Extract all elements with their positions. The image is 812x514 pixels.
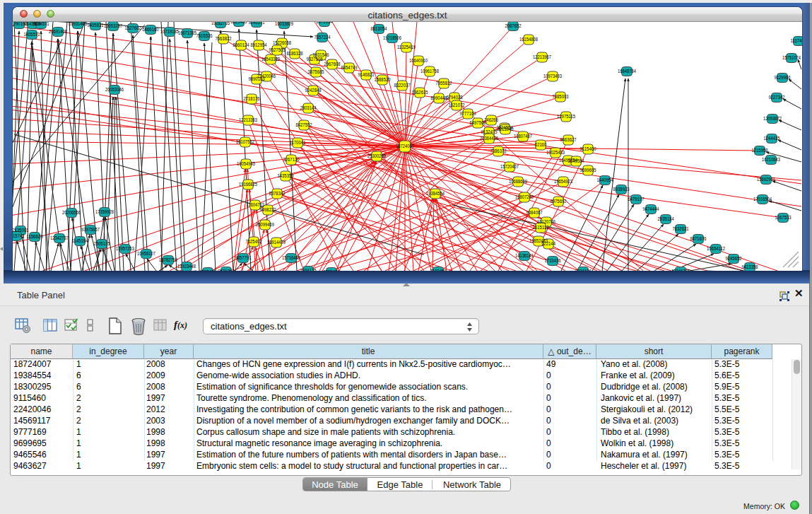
svg-text:8938923: 8938923 — [613, 187, 630, 192]
svg-text:17604763: 17604763 — [246, 202, 264, 207]
svg-text:16640910: 16640910 — [409, 58, 428, 63]
svg-text:10688609: 10688609 — [509, 179, 527, 184]
svg-text:3875685: 3875685 — [308, 69, 324, 74]
svg-text:8129405: 8129405 — [231, 22, 247, 24]
svg-text:12213967: 12213967 — [533, 54, 551, 59]
svg-text:8660124: 8660124 — [233, 42, 249, 47]
svg-text:1156829: 1156829 — [27, 234, 43, 239]
svg-text:8813054: 8813054 — [371, 26, 387, 31]
svg-text:8990448: 8990448 — [431, 95, 447, 100]
svg-text:10719185: 10719185 — [160, 29, 179, 34]
svg-text:15720407: 15720407 — [500, 164, 519, 169]
svg-text:17957253: 17957253 — [116, 246, 134, 251]
svg-text:1170041: 1170041 — [290, 140, 306, 145]
svg-text:10282735: 10282735 — [211, 22, 230, 25]
svg-text:15716485: 15716485 — [282, 255, 300, 260]
svg-text:2967608: 2967608 — [324, 62, 341, 66]
svg-text:9129966: 9129966 — [775, 75, 791, 80]
svg-text:10931403: 10931403 — [69, 22, 87, 26]
svg-text:26099469: 26099469 — [256, 222, 274, 227]
svg-text:522144: 522144 — [541, 241, 555, 246]
svg-text:2213940: 2213940 — [498, 127, 514, 132]
svg-text:2803144: 2803144 — [300, 105, 317, 110]
svg-text:25300295: 25300295 — [367, 153, 386, 158]
svg-text:9777169: 9777169 — [460, 111, 476, 116]
svg-text:8454749: 8454749 — [341, 65, 358, 70]
svg-text:1621072: 1621072 — [449, 103, 465, 107]
svg-text:2135001: 2135001 — [13, 228, 29, 233]
svg-text:7625402: 7625402 — [246, 239, 262, 244]
svg-text:18807249: 18807249 — [515, 194, 534, 199]
svg-text:10341275: 10341275 — [671, 269, 690, 271]
svg-text:7386372: 7386372 — [490, 148, 507, 153]
svg-text:1733436: 1733436 — [545, 258, 561, 263]
svg-text:9498222: 9498222 — [260, 207, 276, 212]
svg-text:15751074: 15751074 — [782, 55, 801, 60]
svg-text:12342737: 12342737 — [50, 235, 69, 240]
svg-text:93975857: 93975857 — [81, 227, 100, 232]
svg-text:16107552: 16107552 — [236, 139, 254, 144]
svg-text:8322037: 8322037 — [394, 83, 411, 88]
svg-text:6794028: 6794028 — [447, 95, 463, 100]
svg-text:8378342: 8378342 — [269, 191, 286, 196]
svg-text:1615112: 1615112 — [533, 225, 549, 230]
svg-text:16120746: 16120746 — [537, 219, 555, 224]
svg-text:12213383: 12213383 — [239, 117, 257, 122]
svg-text:1931546: 1931546 — [313, 52, 329, 57]
svg-text:16648784: 16648784 — [618, 69, 636, 74]
svg-text:7357224: 7357224 — [314, 35, 331, 40]
svg-text:19218506: 19218506 — [383, 35, 401, 40]
svg-text:1440954: 1440954 — [597, 177, 613, 182]
svg-text:20206556: 20206556 — [62, 210, 81, 215]
svg-text:16782759: 16782759 — [159, 257, 177, 262]
svg-text:16154808: 16154808 — [519, 37, 538, 42]
svg-text:20691406: 20691406 — [49, 29, 67, 34]
svg-text:746266: 746266 — [484, 117, 498, 122]
svg-text:7515526: 7515526 — [196, 33, 213, 38]
svg-text:1649584: 1649584 — [568, 158, 584, 163]
svg-text:9699695: 9699695 — [580, 168, 596, 173]
svg-text:19166825: 19166825 — [239, 182, 257, 187]
svg-text:17359928: 17359928 — [95, 209, 114, 214]
svg-text:10958107: 10958107 — [137, 251, 155, 256]
svg-text:10653287: 10653287 — [104, 23, 122, 28]
svg-text:1267533: 1267533 — [775, 215, 792, 220]
svg-text:1588520: 1588520 — [375, 77, 391, 82]
svg-text:8823471: 8823471 — [324, 269, 340, 271]
svg-text:3267130: 3267130 — [283, 157, 300, 162]
svg-text:9240571: 9240571 — [249, 22, 265, 25]
svg-text:9084067: 9084067 — [526, 210, 543, 215]
svg-text:9474444: 9474444 — [643, 206, 659, 211]
svg-text:10961758: 10961758 — [420, 69, 439, 74]
svg-text:10654112: 10654112 — [707, 246, 725, 251]
svg-text:1405571: 1405571 — [24, 32, 40, 37]
svg-text:2087652: 2087652 — [505, 23, 522, 28]
svg-text:9034126: 9034126 — [575, 269, 592, 271]
svg-text:15692901: 15692901 — [757, 177, 775, 182]
svg-text:19054945: 19054945 — [237, 161, 255, 166]
svg-text:8571034: 8571034 — [317, 22, 333, 24]
svg-text:9227342: 9227342 — [769, 95, 785, 100]
svg-text:7103458: 7103458 — [430, 269, 447, 271]
svg-text:9242848: 9242848 — [305, 88, 322, 93]
svg-text:16671385: 16671385 — [178, 30, 196, 35]
svg-text:7632621: 7632621 — [673, 226, 689, 231]
svg-text:1145194: 1145194 — [72, 238, 88, 243]
svg-text:9857791: 9857791 — [235, 255, 252, 260]
svg-text:16543382: 16543382 — [261, 57, 280, 62]
svg-text:9327508: 9327508 — [307, 57, 323, 62]
svg-text:10025433: 10025433 — [546, 150, 565, 155]
svg-text:12975115: 12975115 — [557, 114, 575, 119]
svg-text:14136141: 14136141 — [515, 253, 534, 258]
svg-text:7934125: 7934125 — [300, 268, 317, 271]
svg-text:8912954: 8912954 — [251, 42, 267, 47]
svg-text:1244415: 1244415 — [764, 136, 780, 141]
svg-text:9405831: 9405831 — [88, 23, 104, 28]
svg-text:16914479: 16914479 — [267, 240, 286, 245]
svg-text:1435359: 1435359 — [278, 173, 294, 178]
svg-text:8186328: 8186328 — [287, 51, 303, 56]
svg-text:20364436: 20364436 — [480, 136, 498, 141]
svg-text:8427552: 8427552 — [296, 122, 312, 127]
svg-text:9527505: 9527505 — [269, 47, 286, 52]
svg-text:2505135: 2505135 — [94, 241, 110, 246]
